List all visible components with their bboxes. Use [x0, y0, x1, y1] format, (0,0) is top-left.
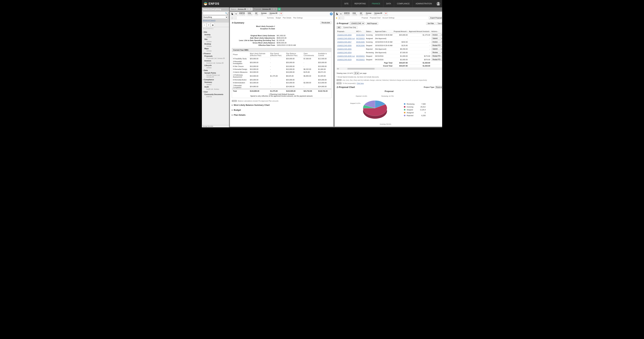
summary-section-title[interactable]: Summary [232, 22, 244, 24]
row-action-dropdown[interactable]: ▾ [442, 55, 442, 57]
document-tab[interactable]: BalanceJuneau.00⟳✕ [230, 8, 253, 11]
breadcrumb-segment[interactable]: JuneauSite [364, 12, 373, 16]
map-pin-icon[interactable]: 📍 [384, 12, 388, 16]
breadcrumb-segment[interactable]: Juneau.00AOC [268, 12, 279, 16]
row-action-button[interactable]: Review [432, 51, 440, 54]
prop-col-header[interactable]: WO # ♦ [356, 30, 365, 33]
add-proposal-button[interactable]: Add Proposal [366, 22, 378, 25]
chart-download-icon[interactable]: ⤓ [442, 90, 442, 92]
subnav-link[interactable]: Proposal Chart [370, 17, 381, 19]
recalculate-button[interactable]: Recalculate [320, 21, 332, 24]
row-action-button[interactable]: Submit [432, 37, 440, 40]
tree-section-data[interactable]: Data [202, 69, 229, 72]
search-input[interactable] [203, 12, 228, 15]
help-icon[interactable]: ? [330, 12, 333, 16]
proposal-link[interactable]: USA0012345-0059 [337, 34, 352, 36]
breadcrumb-segment[interactable]: USACountry [351, 12, 359, 16]
collapsed-section[interactable]: Most Likely Balance Summary Chart [232, 102, 332, 108]
prop-col-header[interactable]: Approval Date ♦ [374, 30, 393, 33]
row-action-dropdown[interactable]: ▾ [440, 37, 442, 40]
topnav-data[interactable]: DATA [383, 0, 394, 7]
subnav-link[interactable]: Account Settings [382, 17, 394, 19]
tree-sub-item[interactable]: Sample Points List: Juneau.00 [202, 74, 229, 78]
document-tab[interactable]: ProposalsJuneau.00⟳✕ [253, 8, 278, 11]
collapsed-section[interactable]: Budget [232, 108, 332, 112]
filter-all-button[interactable]: All [336, 26, 341, 29]
minus-button[interactable]: − [342, 17, 344, 19]
tree-sub-item[interactable]: Invoices List: Juneau.00 [202, 62, 229, 64]
tree-item[interactable]: Lifecycle [202, 64, 229, 67]
tree-item[interactable]: Summary [202, 81, 229, 84]
tree-item[interactable]: Invoices [202, 60, 229, 62]
row-action-button[interactable]: Restart PO [432, 55, 442, 57]
row-action-dropdown[interactable]: ▾ [440, 41, 442, 43]
prop-col-header[interactable]: Approved Amount Invoiced ♦ [408, 30, 431, 33]
advanced-search-link[interactable]: Advanced Search [203, 20, 216, 21]
breadcrumb-segment[interactable]: ENFOSCompany [238, 12, 246, 16]
prop-col-header[interactable]: Actions ♦ [431, 30, 442, 33]
wo-link[interactable]: WO813045 [356, 41, 364, 43]
wo-link[interactable]: WO813046 [356, 44, 364, 46]
tree-item[interactable]: Community Documents [202, 93, 229, 96]
breadcrumb-segment[interactable]: USACountry [246, 12, 254, 16]
project-type-select[interactable]: Reserve [435, 86, 442, 88]
row-action-button[interactable]: Invoice [432, 34, 440, 36]
wo-link[interactable]: WO813054 [356, 34, 364, 36]
tree-section-finance[interactable]: Finance [202, 52, 229, 55]
tree-sub-item[interactable]: Juneau [202, 67, 229, 69]
proposal-link[interactable]: USA0012345-0056 [337, 44, 352, 46]
calendar-tab[interactable]: ▦ [211, 23, 215, 27]
breadcrumb-segment[interactable]: JuneauSite [260, 12, 268, 16]
topnav-compliance[interactable]: COMPLIANCE [394, 0, 412, 7]
plus-button[interactable]: + [231, 17, 234, 19]
history-tab[interactable]: ⟳ [207, 23, 210, 27]
breadcrumb-segment[interactable]: AKState [359, 12, 364, 16]
tree-item[interactable]: Audit [202, 86, 229, 88]
tree-sub-item[interactable]: Audit List: Juneau [202, 88, 229, 90]
proposal-link[interactable]: USA0012345-0055 [337, 48, 352, 50]
proposal-link[interactable]: USA0012345-0030 (cp) [337, 55, 355, 57]
minus-button[interactable]: − [234, 17, 236, 19]
row-action-button[interactable]: Invoice [432, 41, 440, 43]
tree-sub-item[interactable]: Juneau [202, 45, 229, 47]
tree-section-site[interactable]: Site [202, 30, 229, 33]
breadcrumb-segment[interactable]: ENFOSCompany [343, 12, 351, 16]
tree-section-compliance[interactable]: Compliance [202, 78, 229, 81]
topnav-administration[interactable]: ADMINISTRATION [412, 0, 435, 7]
row-action-button[interactable]: Submit [432, 48, 440, 50]
tree-sub-item[interactable]: ENFOS [202, 96, 229, 98]
hierarchy-icon[interactable]: ▙ [230, 12, 234, 16]
new-tab-button[interactable]: + [278, 8, 281, 10]
export-proposal-button[interactable]: Export Proposal [429, 16, 442, 19]
subnav-link[interactable]: Summary [267, 17, 274, 19]
close-icon[interactable]: ✕ [250, 8, 252, 10]
set-filter-button[interactable]: Set Filter [426, 22, 436, 25]
tree-item[interactable]: Maps [202, 47, 229, 50]
row-action-dropdown[interactable]: ▾ [442, 44, 442, 46]
wo-link[interactable]: WO250815 [356, 59, 364, 60]
tree-sub-item[interactable]: Juneau [202, 50, 229, 52]
tree-item[interactable]: Site [202, 38, 229, 40]
tree-sub-item[interactable]: Juneau [202, 40, 229, 42]
scroll-thumb[interactable] [348, 68, 374, 70]
search-icon[interactable]: 🔍 [225, 12, 228, 14]
breadcrumb-segment[interactable]: Juneau.00AOC [373, 12, 384, 16]
wo-link[interactable]: WO250815 [356, 55, 364, 57]
proposal-chart-title[interactable]: Proposal Chart [336, 86, 355, 88]
tree-sub-item[interactable]: Proposals List: Juneau.00 [202, 57, 229, 60]
filter-current-year-button[interactable]: Current Year Only [342, 26, 358, 29]
search-scope-select[interactable]: Everything [203, 16, 228, 19]
proposal-link[interactable]: USA0012345-0057 [337, 41, 352, 43]
tree-sub-item[interactable]: Juneau [202, 84, 229, 86]
prop-col-header[interactable]: Status ♦ [365, 30, 374, 33]
hierarchy-icon[interactable]: ▙ [335, 12, 339, 16]
proposal-id-select[interactable]: USA0012345 [350, 22, 364, 25]
breadcrumb-segment[interactable]: AKState [254, 12, 260, 16]
proposal-link[interactable]: USA0012345-0058 (cp) [337, 38, 355, 40]
plus-button[interactable]: + [338, 17, 341, 19]
topnav-site[interactable]: SITE [341, 0, 352, 7]
subnav-link[interactable]: Plan Settings [293, 17, 302, 19]
topnav-reporting[interactable]: REPORTING [352, 0, 369, 7]
user-avatar-icon[interactable] [436, 2, 440, 6]
proposal-link[interactable]: USA0012345-0029 [337, 59, 352, 60]
